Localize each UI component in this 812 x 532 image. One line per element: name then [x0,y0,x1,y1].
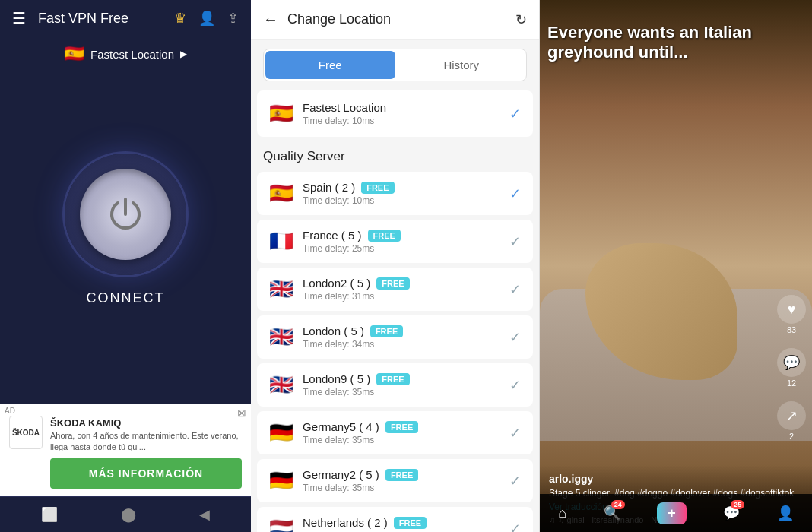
spain-info: Spain ( 2 ) FREE Time delay: 10ms [303,181,500,206]
london-name: London ( 5 ) FREE [303,325,500,337]
netherlands-info: Netherlands ( 2 ) FREE Time delay: 36ms [303,516,500,532]
server-item-spain[interactable]: 🇪🇸 Spain ( 2 ) FREE Time delay: 10ms ✓ [257,172,533,215]
location-header: ← Change Location ↻ [251,0,539,40]
london2-info: London2 ( 5 ) FREE Time delay: 31ms [303,277,500,302]
tiktok-username[interactable]: arlo.iggy [549,473,803,485]
connect-button[interactable] [65,154,186,275]
tiktok-profile[interactable]: 👤 [777,505,794,521]
london2-check-icon: ✓ [509,281,521,298]
tiktok-add[interactable]: + [657,502,687,524]
share-icon[interactable]: ⇪ [227,10,239,27]
power-icon [106,195,144,233]
crown-icon[interactable]: ♛ [174,10,186,27]
server-item-london9[interactable]: 🇬🇧 London9 ( 5 ) FREE Time delay: 35ms ✓ [257,363,533,407]
netherlands-name: Netherlands ( 2 ) FREE [303,516,500,529]
netherlands-flag: 🇳🇱 [269,517,293,532]
server-item-germany5[interactable]: 🇩🇪 Germany5 ( 4 ) FREE Time delay: 35ms … [257,411,533,454]
germany5-name: Germany5 ( 4 ) FREE [303,420,500,433]
comment-icon: 💬 [777,348,806,377]
ad-banner: AD ⊠ ŠKODA ŠKODA KAMIQ Ahora, con 4 años… [0,404,251,496]
tiktok-side-actions: ♥ 83 💬 12 ↗ 2 [777,295,806,441]
server-list: 🇪🇸 Fastest Location Time delay: 10ms ✓ Q… [251,90,539,532]
location-panel: ← Change Location ↻ Free History 🇪🇸 Fast… [251,0,540,532]
tiktok-inbox[interactable]: 💬 25 [723,505,740,521]
tiktok-home[interactable]: ⌂ [558,505,566,521]
discover-icon: 🔍 24 [604,505,620,521]
france-name: France ( 5 ) FREE [303,229,500,242]
server-item-france[interactable]: 🇫🇷 France ( 5 ) FREE Time delay: 25ms ✓ [257,220,533,263]
inbox-icon: 💬 25 [723,505,740,521]
back-button[interactable]: ← [263,11,278,28]
tiktok-panel: Everyone wants an Italian greyhound unti… [540,0,812,532]
share-action[interactable]: ↗ 2 [777,401,806,441]
germany5-flag: 🇩🇪 [269,421,293,445]
germany2-check-icon: ✓ [509,473,521,489]
london2-free-badge: FREE [376,277,409,290]
app-title: Fast VPN Free [38,11,162,27]
location-flag: 🇪🇸 [64,44,84,64]
london2-delay: Time delay: 31ms [303,291,500,302]
germany2-info: Germany2 ( 5 ) FREE Time delay: 35ms [303,468,500,493]
server-item-germany2[interactable]: 🇩🇪 Germany2 ( 5 ) FREE Time delay: 35ms … [257,459,533,502]
germany5-check-icon: ✓ [509,425,521,442]
france-delay: Time delay: 25ms [303,243,500,254]
fastest-location-item[interactable]: 🇪🇸 Fastest Location Time delay: 10ms ✓ [257,90,533,137]
nav-square-icon[interactable]: ⬜ [41,506,58,523]
spain-free-badge: FREE [361,182,394,194]
germany2-name: Germany2 ( 5 ) FREE [303,468,500,481]
tiktok-discover[interactable]: 🔍 24 [604,505,620,521]
server-item-netherlands[interactable]: 🇳🇱 Netherlands ( 2 ) FREE Time delay: 36… [257,507,533,532]
fastest-delay: Time delay: 10ms [303,116,500,126]
ad-cta-button[interactable]: MÁS INFORMACIÓN [50,458,242,489]
tiktok-overlay-text: Everyone wants an Italian greyhound unti… [547,23,774,63]
home-icon: ⌂ [558,505,566,521]
london9-flag: 🇬🇧 [269,373,293,397]
power-button-inner [80,169,171,260]
location-arrow-icon: ▶ [180,49,187,59]
like-icon: ♥ [777,295,806,324]
london9-free-badge: FREE [376,373,409,385]
fastest-check-icon: ✓ [509,106,521,122]
london2-name: London2 ( 5 ) FREE [303,277,500,290]
nav-back-icon[interactable]: ◀ [199,506,210,523]
connect-label: CONNECT [87,290,165,306]
fastest-flag: 🇪🇸 [269,102,293,125]
fastest-info: Fastest Location Time delay: 10ms [303,101,500,126]
comment-count: 12 [787,378,796,388]
london9-info: London9 ( 5 ) FREE Time delay: 35ms [303,372,500,397]
bottom-nav: ⬜ ⬤ ◀ [0,496,251,532]
spain-check-icon: ✓ [509,185,521,202]
spain-delay: Time delay: 10ms [303,195,500,206]
location-bar[interactable]: 🇪🇸 Fastest Location ▶ [0,36,251,71]
add-button[interactable]: + [657,502,687,524]
netherlands-free-badge: FREE [394,517,427,529]
server-item-london2[interactable]: 🇬🇧 London2 ( 5 ) FREE Time delay: 31ms ✓ [257,268,533,311]
france-flag: 🇫🇷 [269,230,293,253]
ad-title: ŠKODA KAMIQ [50,417,242,429]
ad-logo: ŠKODA [9,416,43,449]
tab-bar: Free History [263,49,527,81]
like-count: 83 [787,325,796,334]
tab-history[interactable]: History [397,49,527,81]
discover-badge: 24 [611,500,625,509]
menu-icon[interactable]: ☰ [12,9,26,27]
comment-action[interactable]: 💬 12 [777,348,806,388]
share-count: 2 [789,432,794,441]
germany5-delay: Time delay: 35ms [303,435,500,445]
germany5-info: Germany5 ( 4 ) FREE Time delay: 35ms [303,420,500,445]
vpn-header: ☰ Fast VPN Free ♛ 👤 ⇪ [0,0,251,36]
nav-circle-icon[interactable]: ⬤ [121,506,136,523]
inbox-badge: 25 [731,500,744,509]
refresh-button[interactable]: ↻ [515,11,527,28]
tab-free[interactable]: Free [265,51,395,79]
ad-close-icon[interactable]: ⊠ [237,407,246,419]
london9-name: London9 ( 5 ) FREE [303,372,500,385]
profile-icon[interactable]: 👤 [198,10,215,27]
fastest-name: Fastest Location [303,101,500,114]
london-info: London ( 5 ) FREE Time delay: 34ms [303,325,500,350]
ad-label: AD [5,407,15,415]
like-action[interactable]: ♥ 83 [777,295,806,334]
vpn-panel: ☰ Fast VPN Free ♛ 👤 ⇪ 🇪🇸 Fastest Locatio… [0,0,251,532]
server-item-london[interactable]: 🇬🇧 London ( 5 ) FREE Time delay: 34ms ✓ [257,315,533,359]
london-flag: 🇬🇧 [269,325,293,349]
